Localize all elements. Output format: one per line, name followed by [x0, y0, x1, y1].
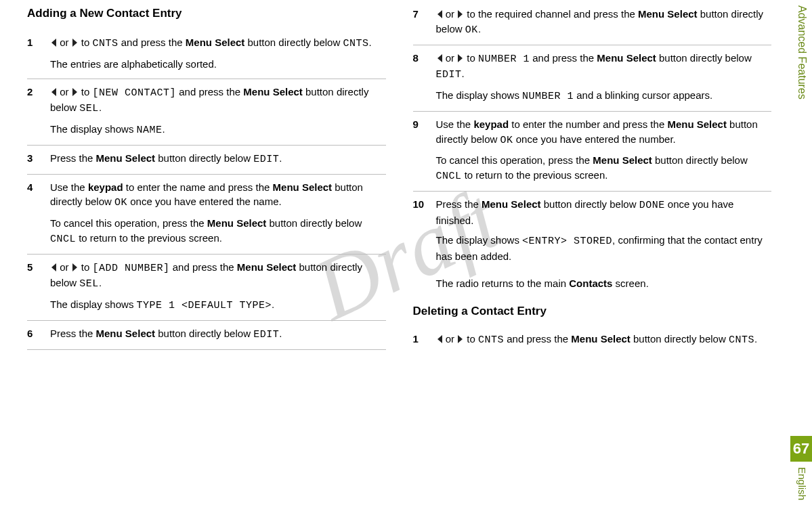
- left-arrow-icon: [436, 53, 443, 63]
- step-body: Press the Menu Select button directly be…: [436, 197, 772, 264]
- step-number: 2: [27, 85, 50, 97]
- text: and press the: [176, 86, 243, 97]
- svg-marker-0: [51, 39, 56, 47]
- right-arrow-icon: [72, 38, 79, 47]
- step: 5 or to [ADD NUMBER] and press the Menu …: [27, 255, 386, 321]
- closing-text: The radio returns to the main Contacts s…: [436, 276, 772, 291]
- text: and press the: [530, 52, 597, 64]
- code-text: DONE: [639, 200, 665, 211]
- text: button directly below: [244, 37, 343, 48]
- code-text: [NEW CONTACT]: [93, 87, 177, 99]
- text: Press the: [436, 198, 482, 210]
- step-number: 6: [27, 326, 50, 339]
- svg-marker-4: [51, 263, 56, 271]
- text: or: [443, 8, 458, 20]
- bold-text: Menu Select: [186, 37, 245, 48]
- code-text: EDIT: [253, 329, 279, 340]
- text: to return to the previous screen.: [76, 232, 222, 244]
- code-text: CNTS: [343, 38, 368, 49]
- text: Use the: [50, 181, 88, 193]
- text: or: [443, 333, 458, 345]
- text: .: [279, 328, 282, 339]
- text: to return to the previous screen.: [462, 169, 608, 181]
- step-number: 10: [413, 197, 436, 210]
- text: button directly below: [656, 52, 752, 64]
- text: to enter the number and press the: [509, 118, 667, 130]
- text: or: [57, 261, 72, 273]
- code-text: NUMBER 1: [522, 91, 574, 102]
- text: and press the: [119, 37, 186, 48]
- text: Press the: [50, 328, 96, 339]
- code-text: CNCL: [436, 171, 462, 182]
- bold-text: Menu Select: [482, 198, 541, 210]
- heading-add-contact: Adding a New Contact Entry: [27, 7, 386, 20]
- right-column: 7 or to the required channel and press t…: [413, 7, 792, 500]
- code-text: [ADD NUMBER]: [93, 263, 170, 274]
- step: 6 Press the Menu Select button directly …: [27, 321, 386, 350]
- step: 10 Press the Menu Select button directly…: [413, 192, 772, 271]
- text: .: [754, 333, 757, 345]
- text: Use the: [436, 118, 474, 130]
- section-label: Advanced Features: [790, 0, 812, 100]
- code-text: CNTS: [729, 334, 754, 346]
- step: 1 or to CNTS and press the Menu Select b…: [27, 30, 386, 79]
- text: Press the: [50, 152, 96, 164]
- step-number: 1: [27, 35, 50, 48]
- svg-marker-11: [458, 335, 463, 343]
- right-arrow-icon: [72, 263, 79, 272]
- text: .: [99, 102, 102, 113]
- text: button directly below: [266, 217, 362, 229]
- code-text: NUMBER 1: [478, 53, 530, 65]
- svg-marker-10: [437, 335, 442, 343]
- svg-marker-7: [458, 10, 463, 18]
- text: button directly below: [541, 198, 639, 210]
- step-number: 3: [27, 151, 50, 164]
- text: and press the: [504, 333, 571, 345]
- text: .: [272, 299, 274, 310]
- code-text: SEL: [79, 103, 99, 114]
- text: or: [57, 37, 72, 48]
- code-text: OK: [500, 135, 513, 146]
- code-text: <ENTRY> STORED: [522, 236, 612, 247]
- page-content: Adding a New Contact Entry 1 or to CNTS …: [0, 0, 812, 507]
- step: 4 Use the keypad to enter the name and p…: [27, 175, 386, 255]
- bold-text: Menu Select: [207, 217, 267, 229]
- step-body: Use the keypad to enter the number and p…: [436, 117, 772, 184]
- text: .: [99, 277, 102, 288]
- code-text: CNTS: [93, 38, 119, 49]
- text: button directly below: [155, 152, 253, 164]
- svg-marker-6: [437, 10, 442, 18]
- step-body: or to [ADD NUMBER] and press the Menu Se…: [50, 260, 386, 313]
- code-text: EDIT: [436, 69, 462, 81]
- step: 3 Press the Menu Select button directly …: [27, 146, 386, 175]
- step-body: or to CNTS and press the Menu Select but…: [50, 35, 386, 72]
- bold-text: Menu Select: [273, 181, 333, 193]
- text: To cancel this operation, press the: [436, 154, 593, 166]
- heading-delete-contact: Deleting a Contact Entry: [413, 305, 772, 318]
- step-number: 4: [27, 180, 50, 193]
- left-arrow-icon: [436, 9, 443, 19]
- text: to the required channel and press the: [464, 8, 638, 20]
- text: To cancel this operation, press the: [50, 217, 207, 229]
- svg-marker-5: [72, 263, 77, 271]
- text: to: [79, 261, 93, 273]
- bold-text: Contacts: [569, 278, 612, 289]
- text: .: [462, 68, 465, 79]
- code-text: OK: [465, 24, 478, 36]
- step-body: or to NUMBER 1 and press the Menu Select…: [436, 51, 772, 104]
- bold-text: Menu Select: [96, 328, 156, 339]
- text: and press the: [170, 261, 237, 273]
- left-arrow-icon: [50, 87, 57, 97]
- step-body: or to the required channel and press the…: [436, 7, 772, 38]
- bold-text: Menu Select: [571, 333, 631, 345]
- bold-text: Menu Select: [597, 52, 656, 64]
- text: screen.: [612, 278, 648, 289]
- text: .: [163, 123, 165, 135]
- bold-text: Menu Select: [593, 154, 652, 166]
- text: or: [443, 52, 458, 64]
- step: 7 or to the required channel and press t…: [413, 7, 772, 45]
- text: to: [464, 52, 478, 64]
- text: button directly below: [652, 154, 748, 166]
- step-body: or to [NEW CONTACT] and press the Menu S…: [50, 85, 386, 138]
- step-body: Press the Menu Select button directly be…: [50, 151, 386, 167]
